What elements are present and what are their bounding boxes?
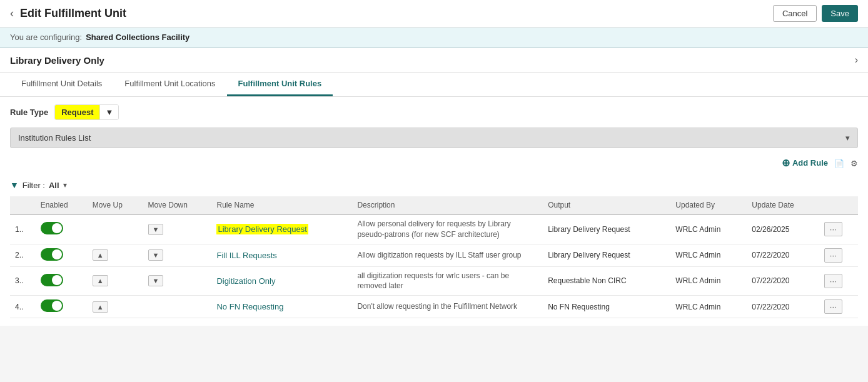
row-rule-name[interactable]: Library Delivery Request: [211, 214, 352, 244]
row-move-up: ▲: [88, 244, 143, 266]
page-title: Edit Fulfillment Unit: [20, 7, 126, 20]
back-button[interactable]: ‹: [10, 7, 14, 20]
rule-name-link[interactable]: Library Delivery Request: [216, 224, 308, 234]
filter-dropdown-arrow[interactable]: ▾: [63, 181, 67, 189]
row-actions: ···: [819, 244, 858, 266]
col-output: Output: [543, 196, 670, 214]
row-update-date: 07/22/2020: [747, 266, 819, 296]
col-update-date: Update Date: [747, 196, 819, 214]
institution-rules-bar[interactable]: Institution Rules List ▾: [10, 128, 858, 148]
add-rule-plus-icon: ⊕: [782, 157, 790, 169]
row-num: 2..: [10, 244, 36, 266]
config-banner: You are configuring: Shared Collections …: [0, 28, 868, 48]
row-rule-name[interactable]: No FN Requesting: [211, 296, 352, 318]
toggle-switch[interactable]: [41, 274, 63, 286]
tab-details[interactable]: Fulfillment Unit Details: [10, 73, 113, 96]
row-output: Library Delivery Request: [543, 244, 670, 266]
row-enabled[interactable]: [36, 296, 88, 318]
move-up-button[interactable]: ▲: [93, 249, 108, 261]
col-num: [10, 196, 36, 214]
move-down-button[interactable]: ▼: [148, 224, 164, 235]
row-rule-name[interactable]: Digitization Only: [211, 266, 352, 296]
row-rule-name[interactable]: Fill ILL Requests: [211, 244, 352, 266]
row-action-button[interactable]: ···: [824, 299, 842, 314]
config-facility: Shared Collections Facility: [86, 33, 189, 42]
row-num: 4..: [10, 296, 36, 318]
row-description: Allow personal delivery for requests by …: [352, 214, 543, 244]
row-enabled[interactable]: [36, 244, 88, 266]
rule-name-link[interactable]: No FN Requesting: [216, 302, 283, 311]
table-header-row: Enabled Move Up Move Down Rule Name Desc…: [10, 196, 858, 214]
settings-button[interactable]: ⚙: [850, 158, 858, 169]
table-row: 3..▲▼Digitization Onlyall digitization r…: [10, 266, 858, 296]
row-enabled[interactable]: [36, 266, 88, 296]
tab-rules[interactable]: Fulfillment Unit Rules: [227, 73, 333, 96]
section-header[interactable]: Library Delivery Only ›: [0, 48, 868, 73]
institution-rules-label: Institution Rules List: [18, 133, 91, 143]
rule-name-link[interactable]: Fill ILL Requests: [216, 251, 276, 260]
row-enabled[interactable]: [36, 214, 88, 244]
export-button[interactable]: 📄: [834, 158, 844, 169]
row-action-button[interactable]: ···: [824, 274, 842, 288]
move-up-button[interactable]: ▲: [93, 301, 108, 313]
row-move-down: ▼: [143, 244, 212, 266]
filter-row: ▼ Filter : All ▾: [10, 178, 858, 193]
toolbar-row: ⊕ Add Rule 📄 ⚙: [10, 153, 858, 173]
rule-name-link[interactable]: Digitization Only: [216, 276, 275, 286]
rule-type-label: Rule Type: [10, 108, 48, 117]
tabs-bar: Fulfillment Unit Details Fulfillment Uni…: [0, 73, 868, 97]
row-move-up: [88, 214, 143, 244]
move-down-button[interactable]: ▼: [148, 249, 164, 261]
move-up-button[interactable]: ▲: [93, 275, 108, 286]
col-updated-by: Updated By: [670, 196, 747, 214]
row-output: Library Delivery Request: [543, 214, 670, 244]
table-row: 1..▼Library Delivery RequestAllow person…: [10, 214, 858, 244]
row-move-down: [143, 296, 212, 318]
table-row: 4..▲No FN RequestingDon't allow requesti…: [10, 296, 858, 318]
cancel-button[interactable]: Cancel: [773, 5, 817, 22]
row-updated-by: WRLC Admin: [670, 266, 747, 296]
top-bar-right: Cancel Save: [773, 5, 858, 22]
add-rule-label: Add Rule: [792, 158, 828, 168]
toggle-switch[interactable]: [41, 248, 63, 261]
row-updated-by: WRLC Admin: [670, 244, 747, 266]
row-actions: ···: [819, 266, 858, 296]
row-update-date: 07/22/2020: [747, 296, 819, 318]
rule-type-row: Rule Type Request ▼: [10, 104, 858, 120]
toggle-switch[interactable]: [41, 222, 63, 234]
filter-value: All: [49, 181, 59, 190]
settings-gear-icon: ⚙: [850, 159, 858, 168]
rules-table: Enabled Move Up Move Down Rule Name Desc…: [10, 196, 858, 318]
rule-type-dropdown-arrow[interactable]: ▼: [99, 105, 118, 119]
row-description: Allow digitization requests by ILL Staff…: [352, 244, 543, 266]
add-rule-button[interactable]: ⊕ Add Rule: [782, 157, 828, 169]
row-update-date: 02/26/2025: [747, 214, 819, 244]
row-move-down: ▼: [143, 214, 212, 244]
top-bar: ‹ Edit Fulfillment Unit Cancel Save: [0, 0, 868, 28]
col-move-up: Move Up: [88, 196, 143, 214]
top-bar-left: ‹ Edit Fulfillment Unit: [10, 7, 126, 20]
chevron-right-icon: ›: [855, 54, 858, 66]
row-updated-by: WRLC Admin: [670, 214, 747, 244]
col-description: Description: [352, 196, 543, 214]
config-label: You are configuring:: [10, 33, 82, 42]
rule-type-select[interactable]: Request ▼: [54, 104, 119, 120]
col-actions: [819, 196, 858, 214]
row-description: Don't allow requesting in the Fulfillmen…: [352, 296, 543, 318]
row-action-button[interactable]: ···: [824, 248, 842, 263]
row-actions: ···: [819, 214, 858, 244]
col-enabled: Enabled: [36, 196, 88, 214]
toggle-switch[interactable]: [41, 299, 63, 312]
row-action-button[interactable]: ···: [824, 222, 842, 236]
move-down-button[interactable]: ▼: [148, 275, 164, 286]
tab-locations[interactable]: Fulfillment Unit Locations: [113, 73, 226, 96]
row-move-up: ▲: [88, 266, 143, 296]
save-button[interactable]: Save: [822, 5, 858, 22]
institution-rules-chevron-icon: ▾: [845, 133, 850, 143]
export-icon: 📄: [834, 159, 844, 168]
table-row: 2..▲▼Fill ILL RequestsAllow digitization…: [10, 244, 858, 266]
row-actions: ···: [819, 296, 858, 318]
col-move-down: Move Down: [143, 196, 212, 214]
content-area: Rule Type Request ▼ Institution Rules Li…: [0, 97, 868, 326]
section-title: Library Delivery Only: [10, 55, 104, 66]
